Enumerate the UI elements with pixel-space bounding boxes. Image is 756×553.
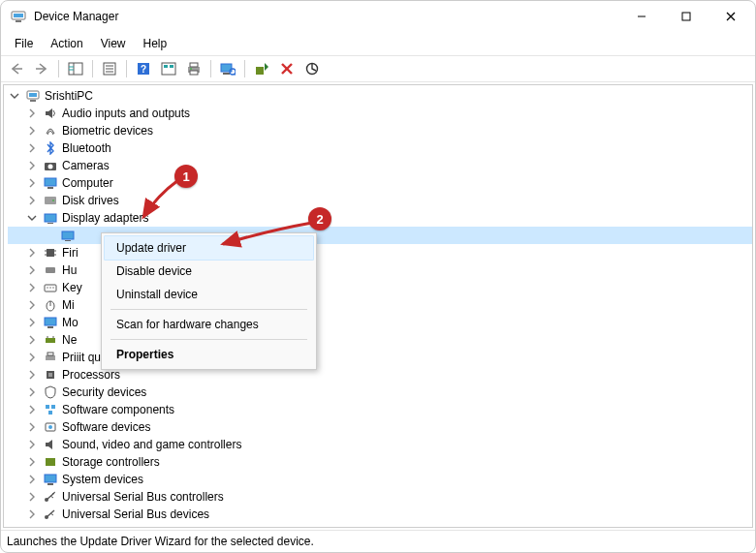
display-adapter-icon <box>43 210 58 226</box>
svg-text:?: ? <box>141 64 146 75</box>
keyboard-icon <box>43 280 58 295</box>
maximize-button[interactable] <box>664 1 709 32</box>
svg-rect-21 <box>190 63 198 67</box>
status-bar: Launches the Update Driver Wizard for th… <box>1 530 755 552</box>
chevron-right-icon[interactable] <box>25 298 39 312</box>
chevron-right-icon[interactable] <box>25 507 39 521</box>
monitor-icon <box>43 315 58 330</box>
tree-item-usb-devices[interactable]: Universal Serial Bus devices <box>8 506 752 523</box>
chevron-right-icon[interactable] <box>25 281 39 294</box>
chevron-right-icon[interactable] <box>25 107 39 120</box>
printer-icon <box>43 350 58 365</box>
chevron-right-icon[interactable] <box>25 141 39 155</box>
menu-help[interactable]: Help <box>136 35 175 52</box>
display-adapter-icon <box>60 228 76 243</box>
tree-item-bluetooth[interactable]: Bluetooth <box>8 139 752 157</box>
chevron-right-icon[interactable] <box>25 333 39 347</box>
show-hide-tree-button[interactable] <box>64 57 87 80</box>
svg-rect-50 <box>46 267 55 273</box>
tree-item-system[interactable]: System devices <box>8 471 752 488</box>
tree-item-display-adapters[interactable]: Display adapters <box>8 209 752 227</box>
svg-rect-19 <box>170 65 173 68</box>
chevron-right-icon[interactable] <box>25 403 39 416</box>
svg-rect-42 <box>47 223 53 224</box>
tree-root[interactable]: SrishtiPC <box>8 87 752 105</box>
shield-icon <box>43 384 58 400</box>
svg-rect-71 <box>46 458 55 466</box>
help-button[interactable]: ? <box>132 57 155 80</box>
tree-item-usb-controllers[interactable]: Universal Serial Bus controllers <box>8 488 752 506</box>
svg-rect-63 <box>47 353 53 355</box>
tree-item-biometric[interactable]: Biometric devices <box>8 122 752 139</box>
chevron-right-icon[interactable] <box>25 159 39 172</box>
tree-item-sound[interactable]: Sound, video and game controllers <box>8 436 752 453</box>
tree-item-software-components[interactable]: Software components <box>8 401 752 418</box>
svg-rect-41 <box>45 214 56 222</box>
back-button[interactable] <box>5 57 28 80</box>
svg-rect-45 <box>47 249 54 257</box>
cpu-icon <box>43 367 58 383</box>
monitor-icon <box>43 175 58 191</box>
chevron-right-icon[interactable] <box>25 124 39 138</box>
svg-rect-72 <box>45 475 56 482</box>
disable-device-button[interactable] <box>300 57 324 80</box>
ctx-uninstall-device[interactable]: Uninstall device <box>105 283 313 306</box>
svg-point-53 <box>49 287 50 288</box>
chevron-right-icon[interactable] <box>25 420 39 434</box>
svg-rect-44 <box>65 240 71 241</box>
minimize-button[interactable] <box>619 1 664 32</box>
network-icon <box>43 332 58 348</box>
svg-rect-38 <box>47 187 53 189</box>
chevron-right-icon[interactable] <box>25 455 39 469</box>
properties-button[interactable] <box>98 57 121 80</box>
svg-rect-57 <box>45 318 56 325</box>
chevron-right-icon[interactable] <box>25 368 39 382</box>
svg-point-23 <box>190 68 192 70</box>
svg-rect-2 <box>16 20 21 22</box>
tree-item-computer[interactable]: Computer <box>8 174 752 192</box>
chevron-right-icon[interactable] <box>25 246 39 260</box>
ctx-update-driver[interactable]: Update driver <box>104 235 314 261</box>
chevron-right-icon[interactable] <box>25 194 39 207</box>
toolbar: ? <box>1 55 755 82</box>
bluetooth-icon <box>43 140 58 156</box>
ctx-scan-hardware[interactable]: Scan for hardware changes <box>105 313 313 336</box>
chevron-right-icon[interactable] <box>25 473 39 486</box>
fingerprint-icon <box>43 123 58 138</box>
titlebar: Device Manager <box>1 1 755 32</box>
tree-item-cameras[interactable]: Cameras <box>8 157 752 174</box>
chevron-right-icon[interactable] <box>25 316 39 329</box>
svg-point-54 <box>52 287 53 288</box>
tree-item-software-devices[interactable]: Software devices <box>8 418 752 436</box>
software-icon <box>43 419 58 435</box>
svg-rect-37 <box>45 178 56 186</box>
chevron-right-icon[interactable] <box>25 438 39 451</box>
update-driver-button[interactable] <box>250 57 273 80</box>
menu-action[interactable]: Action <box>43 35 90 52</box>
chevron-down-icon[interactable] <box>8 89 21 103</box>
tree-item-disk-drives[interactable]: Disk drives <box>8 192 752 209</box>
menu-file[interactable]: File <box>7 35 41 52</box>
action-center-button[interactable] <box>157 57 180 80</box>
ctx-disable-device[interactable]: Disable device <box>105 260 313 283</box>
tree-item-storage[interactable]: Storage controllers <box>8 453 752 471</box>
ctx-properties[interactable]: Properties <box>105 343 313 366</box>
menu-view[interactable]: View <box>93 35 134 52</box>
chevron-right-icon[interactable] <box>25 176 39 190</box>
svg-point-40 <box>52 200 54 201</box>
chevron-right-icon[interactable] <box>25 385 39 399</box>
scan-hardware-button[interactable] <box>216 57 239 80</box>
tree-item-audio[interactable]: Audio inputs and outputs <box>8 105 752 122</box>
chevron-down-icon[interactable] <box>25 211 39 225</box>
disk-icon <box>43 193 58 208</box>
chevron-right-icon[interactable] <box>25 490 39 504</box>
close-button[interactable] <box>709 1 753 32</box>
chevron-right-icon[interactable] <box>25 351 39 364</box>
tree-item-security[interactable]: Security devices <box>8 384 752 401</box>
svg-line-27 <box>235 74 236 76</box>
print-button[interactable] <box>182 57 205 80</box>
uninstall-device-button[interactable] <box>275 57 299 80</box>
device-tree[interactable]: SrishtiPC Audio inputs and outputs Biome… <box>3 84 753 528</box>
chevron-right-icon[interactable] <box>25 263 39 277</box>
forward-button[interactable] <box>30 57 53 80</box>
